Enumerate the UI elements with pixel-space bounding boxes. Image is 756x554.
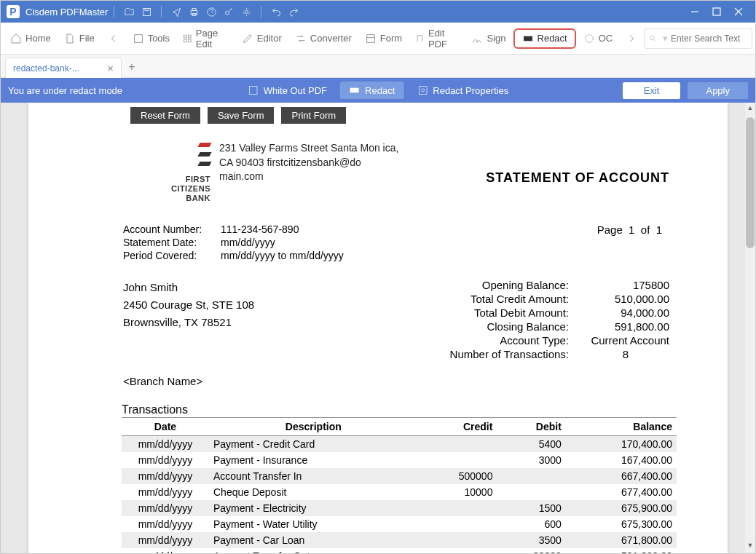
bank-address: 231 Valley Farms Street Santa Mon ica, C… <box>219 141 401 203</box>
scrollbar-thumb[interactable] <box>746 117 755 248</box>
edit-pdf-button[interactable]: Edit PDF <box>409 25 464 52</box>
open-file-icon[interactable] <box>122 4 136 19</box>
redact-mode-bar: You are under redact mode White Out PDF … <box>1 78 755 103</box>
svg-rect-14 <box>367 34 375 42</box>
divider <box>261 6 261 17</box>
converter-button[interactable]: Converter <box>289 30 358 47</box>
share-icon[interactable] <box>169 4 184 19</box>
svg-rect-1 <box>145 8 149 10</box>
branch-name: <Branch Name> <box>28 362 728 387</box>
help-icon[interactable] <box>204 4 218 19</box>
tabstrip: redacted-bank-... × + <box>1 55 755 78</box>
transactions-section: Transactions Date Description Credit Deb… <box>28 387 728 553</box>
titlebar: P Cisdem PDFMaster <box>1 1 755 23</box>
redact-mode-message: You are under redact mode <box>8 85 122 96</box>
bank-logo: FIRST CITIZENS BANK <box>145 141 210 203</box>
app-logo: P <box>7 5 20 18</box>
undo-icon[interactable] <box>269 4 283 19</box>
balance-summary: Opening Balance:175800 Total Credit Amou… <box>450 279 669 362</box>
table-row: mm/dd/yyyyPayment - Water Utility600675,… <box>122 516 677 532</box>
save-form-button[interactable]: Save Form <box>208 107 275 124</box>
page-edit-button[interactable]: Page Edit <box>177 25 235 52</box>
divider <box>161 6 162 17</box>
svg-rect-13 <box>188 39 191 42</box>
svg-rect-3 <box>192 8 196 10</box>
statement-title: STATEMENT OF ACCOUNT <box>486 141 691 203</box>
search-input[interactable] <box>671 33 747 44</box>
scroll-up-icon[interactable]: ▲ <box>745 104 755 114</box>
svg-point-21 <box>421 89 424 92</box>
svg-rect-11 <box>188 35 191 38</box>
pdf-page: Reset Form Save Form Print Form FIRST CI… <box>28 103 728 553</box>
page-indicator: Page 1 of 1 <box>597 223 662 263</box>
svg-rect-20 <box>419 87 427 95</box>
apply-button[interactable]: Apply <box>688 82 748 99</box>
app-title: Cisdem PDFMaster <box>25 7 108 17</box>
table-row: mm/dd/yyyyPayment - Insurance3000167,400… <box>122 452 677 468</box>
nav-back-button[interactable] <box>102 30 125 47</box>
ocr-button[interactable]: OC <box>578 30 619 47</box>
svg-rect-8 <box>713 8 720 15</box>
file-button[interactable]: File <box>58 30 101 47</box>
divider <box>114 6 114 17</box>
whiteout-pdf-button[interactable]: White Out PDF <box>239 82 336 99</box>
svg-rect-2 <box>191 10 197 14</box>
key-icon[interactable] <box>221 4 236 19</box>
svg-point-6 <box>225 11 229 15</box>
table-row: mm/dd/yyyyPayment - Electricity1500675,9… <box>122 500 677 516</box>
redact-properties-button[interactable]: Redact Properties <box>408 82 517 99</box>
table-row: mm/dd/yyyyAccount Transfer Out80000591,8… <box>122 548 677 553</box>
svg-rect-9 <box>134 34 142 42</box>
svg-rect-12 <box>184 39 187 42</box>
exit-button[interactable]: Exit <box>623 82 681 99</box>
account-info: Account Number:111-234-567-890 Statement… <box>123 223 344 263</box>
table-row: mm/dd/yyyyAccount Transfer In500000667,4… <box>122 468 677 484</box>
transactions-title: Transactions <box>122 403 677 418</box>
close-button[interactable] <box>728 4 749 19</box>
transactions-table: Date Description Credit Debit Balance mm… <box>122 418 677 553</box>
nav-forward-button[interactable] <box>620 30 643 47</box>
sign-button[interactable]: Sign <box>465 30 511 47</box>
settings-icon[interactable] <box>239 4 253 19</box>
svg-rect-19 <box>350 88 359 93</box>
search-icon <box>649 33 657 44</box>
home-button[interactable]: Home <box>4 30 57 47</box>
print-form-button[interactable]: Print Form <box>281 107 346 124</box>
document-viewport[interactable]: Reset Form Save Form Print Form FIRST CI… <box>1 103 755 553</box>
save-icon[interactable] <box>139 4 154 19</box>
customer-info: John Smith 2450 Courage St, STE 108 Brow… <box>123 279 254 362</box>
svg-rect-10 <box>184 35 187 38</box>
form-button[interactable]: Form <box>359 30 408 47</box>
svg-point-17 <box>650 36 654 39</box>
print-icon[interactable] <box>186 4 201 19</box>
redact-tool-button[interactable]: Redact <box>340 82 403 99</box>
tab-close-icon[interactable]: × <box>107 62 114 74</box>
svg-rect-0 <box>143 8 150 15</box>
svg-point-7 <box>245 10 248 13</box>
redact-button[interactable]: Redact <box>513 28 576 49</box>
table-row: mm/dd/yyyyPayment - Credit Card5400170,4… <box>122 436 677 453</box>
maximize-button[interactable] <box>706 4 728 19</box>
tab-label: redacted-bank-... <box>13 63 79 74</box>
tools-button[interactable]: Tools <box>127 30 176 47</box>
editor-button[interactable]: Editor <box>236 30 288 47</box>
table-row: mm/dd/yyyyPayment - Car Loan3500671,800.… <box>122 532 677 548</box>
document-tab[interactable]: redacted-bank-... × <box>5 58 122 78</box>
svg-rect-18 <box>249 87 257 95</box>
new-tab-button[interactable]: + <box>122 57 142 77</box>
minimize-button[interactable] <box>684 4 706 19</box>
search-box[interactable]: ▾ <box>644 28 752 49</box>
svg-point-16 <box>585 34 593 42</box>
redo-icon[interactable] <box>286 4 301 19</box>
svg-rect-15 <box>524 36 532 41</box>
scroll-down-icon[interactable]: ▼ <box>745 542 755 552</box>
table-row: mm/dd/yyyyCheque Deposit10000677,400.00 <box>122 484 677 500</box>
vertical-scrollbar[interactable]: ▲ ▼ <box>745 103 755 553</box>
main-toolbar: Home File Tools Page Edit Editor Convert… <box>1 23 755 55</box>
reset-form-button[interactable]: Reset Form <box>130 107 200 124</box>
